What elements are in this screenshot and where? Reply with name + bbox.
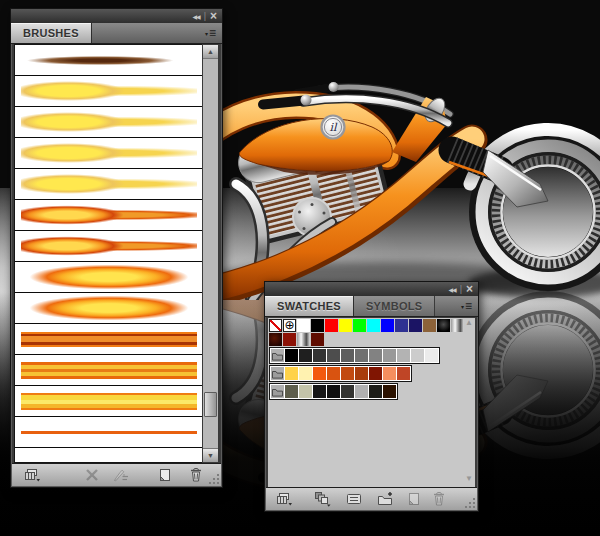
- brushes-panel-menu-button[interactable]: ▾ ≡: [205, 23, 222, 43]
- collapse-panel-button[interactable]: ◀◀: [448, 286, 455, 293]
- brush-item-orange-flame-ellipse-1[interactable]: [15, 262, 202, 293]
- swatches-panel-menu-button[interactable]: ▾ ≡: [461, 296, 478, 316]
- swatch-gray-gradient[interactable]: [297, 333, 310, 346]
- swatch-cccccc[interactable]: [411, 349, 424, 362]
- swatches-panel: ◀◀ | × SWATCHES SYMBOLS ▾ ≡ ⊕ ▲ ▼: [264, 281, 479, 512]
- swatch-bf4526[interactable]: [397, 367, 410, 380]
- color-group-folder-icon[interactable]: [271, 349, 284, 362]
- brush-item-orange-flame-stroke-2[interactable]: [15, 231, 202, 262]
- swatch-0000ff[interactable]: [381, 319, 394, 332]
- scroll-thumb[interactable]: [204, 392, 217, 417]
- swatch-b3b3b3[interactable]: [397, 349, 410, 362]
- swatches-titlebar[interactable]: ◀◀ | ×: [265, 282, 478, 296]
- swatch-828282[interactable]: [369, 349, 382, 362]
- brush-item-thin-orange-line[interactable]: [15, 417, 202, 448]
- delete-swatch-button[interactable]: [431, 491, 448, 507]
- swatch-1d1d18[interactable]: [369, 385, 382, 398]
- swatch-4d4d4d[interactable]: [327, 349, 340, 362]
- brush-item-orange-flame-ellipse-2[interactable]: [15, 293, 202, 324]
- swatch-none[interactable]: [269, 319, 282, 332]
- color-group-folder-icon[interactable]: [271, 367, 284, 380]
- swatch-ffd24a[interactable]: [285, 367, 298, 380]
- delete-brush-button[interactable]: [188, 467, 205, 483]
- swatch-101010[interactable]: [327, 385, 340, 398]
- swatches-scroll-up-button[interactable]: ▲: [465, 319, 473, 327]
- swatch-libraries-menu-button[interactable]: [276, 491, 293, 507]
- brush-item-tapered-brown-stroke[interactable]: [15, 45, 202, 76]
- swatch-black-radial[interactable]: [437, 319, 450, 332]
- swatches-scroll-down-button[interactable]: ▼: [465, 475, 473, 483]
- swatch-5e5e5e[interactable]: [341, 349, 354, 362]
- new-swatch-button[interactable]: [406, 491, 423, 507]
- brush-item-yellow-flame-stroke-3[interactable]: [15, 138, 202, 169]
- brush-libraries-menu-button[interactable]: [24, 467, 41, 483]
- brush-item-striped-bar-yellow[interactable]: [15, 386, 202, 417]
- swatch-c3c3a9[interactable]: [299, 385, 312, 398]
- color-group-folder-icon[interactable]: [271, 385, 284, 398]
- swatches-resize-grip[interactable]: [464, 497, 477, 510]
- brush-preview: [21, 173, 197, 195]
- brushes-titlebar[interactable]: ◀◀ | ×: [11, 9, 222, 23]
- collapse-panel-button[interactable]: ◀◀: [192, 13, 199, 20]
- remove-brush-stroke-button[interactable]: [84, 467, 101, 483]
- swatch-8c6239[interactable]: [423, 319, 436, 332]
- swatch-ffff00[interactable]: [339, 319, 352, 332]
- close-panel-button[interactable]: ×: [466, 283, 473, 295]
- swatch-1f1f1f[interactable]: [299, 349, 312, 362]
- brush-preview: [21, 264, 197, 290]
- menu-triangle-icon: ▾: [205, 30, 208, 37]
- swatch-gray-gradient[interactable]: [451, 319, 464, 332]
- brush-item-yellow-flame-stroke-1[interactable]: [15, 76, 202, 107]
- swatch-ff0000[interactable]: [325, 319, 338, 332]
- swatch-ffffff[interactable]: [297, 319, 310, 332]
- brush-preview: [21, 362, 197, 379]
- swatch-fff2b0[interactable]: [299, 367, 312, 380]
- brush-item-yellow-flame-stroke-4[interactable]: [15, 169, 202, 200]
- swatch-333330[interactable]: [341, 385, 354, 398]
- swatch-2b1200[interactable]: [383, 385, 396, 398]
- tab-symbols[interactable]: SYMBOLS: [354, 296, 436, 316]
- swatch-999999[interactable]: [383, 349, 396, 362]
- swatch-options-button[interactable]: [346, 491, 363, 507]
- tab-swatches[interactable]: SWATCHES: [265, 296, 354, 316]
- tab-brushes[interactable]: BRUSHES: [11, 23, 92, 43]
- swatch-1b1464[interactable]: [409, 319, 422, 332]
- swatch-707070[interactable]: [355, 349, 368, 362]
- options-of-selected-object-button[interactable]: [113, 467, 130, 483]
- swatch-801502[interactable]: [369, 367, 382, 380]
- brush-item-striped-bar-red-orange[interactable]: [15, 324, 202, 355]
- swatch-f58e5f[interactable]: [383, 367, 396, 380]
- close-panel-button[interactable]: ×: [210, 10, 217, 22]
- swatch-8c1206[interactable]: [283, 333, 296, 346]
- brush-item-yellow-flame-stroke-2[interactable]: [15, 107, 202, 138]
- swatch-000000[interactable]: [311, 319, 324, 332]
- swatch-333333[interactable]: [313, 349, 326, 362]
- show-swatch-kinds-menu-button[interactable]: [314, 491, 331, 507]
- swatch-dark-red-radial[interactable]: [269, 333, 282, 346]
- brush-item-striped-bar-gold-orange[interactable]: [15, 355, 202, 386]
- swatch-c24a10[interactable]: [341, 367, 354, 380]
- swatch-a83c0c[interactable]: [355, 367, 368, 380]
- brush-item-orange-flame-stroke-1[interactable]: [15, 200, 202, 231]
- brush-preview: [21, 431, 197, 434]
- brush-preview: [21, 295, 197, 321]
- swatch-ebebeb[interactable]: [425, 349, 438, 362]
- swatch-000000[interactable]: [285, 349, 298, 362]
- new-color-group-button[interactable]: [377, 491, 394, 507]
- brushes-resize-grip[interactable]: [208, 473, 221, 486]
- new-brush-button[interactable]: [157, 467, 174, 483]
- brush-preview: [21, 80, 197, 102]
- swatch-00ffff[interactable]: [367, 319, 380, 332]
- swatch-2e3192[interactable]: [395, 319, 408, 332]
- brushes-scrollbar[interactable]: ▲ ▼: [202, 44, 219, 463]
- swatch-f3590f[interactable]: [313, 367, 326, 380]
- swatch-d95310[interactable]: [327, 367, 340, 380]
- scroll-up-button[interactable]: ▲: [203, 45, 218, 59]
- swatch-registration[interactable]: ⊕: [283, 319, 296, 332]
- swatch-161616[interactable]: [313, 385, 326, 398]
- swatch-00ff00[interactable]: [353, 319, 366, 332]
- swatch-b0b0b0[interactable]: [355, 385, 368, 398]
- scroll-down-button[interactable]: ▼: [203, 448, 218, 462]
- swatch-5f0c00[interactable]: [311, 333, 324, 346]
- swatch-5d5d4b[interactable]: [285, 385, 298, 398]
